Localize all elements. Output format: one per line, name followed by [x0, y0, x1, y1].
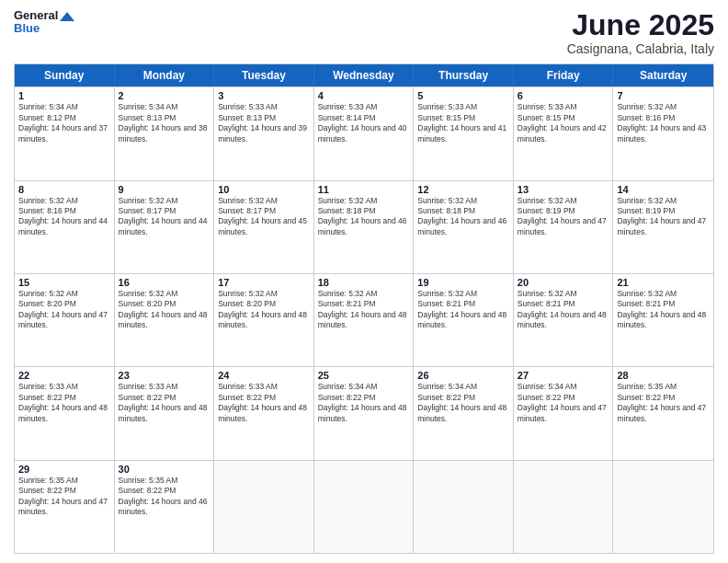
sunset-text: Sunset: 8:14 PM — [318, 113, 410, 123]
daylight-text: Daylight: 14 hours and 44 minutes. — [119, 216, 210, 237]
cell-1-mon: 2 Sunrise: 5:34 AM Sunset: 8:13 PM Dayli… — [115, 87, 215, 179]
cell-2-sun: 8 Sunrise: 5:32 AM Sunset: 8:16 PM Dayli… — [15, 181, 115, 273]
sunset-text: Sunset: 8:18 PM — [318, 206, 410, 216]
day-number: 23 — [119, 370, 210, 381]
day-number: 8 — [18, 184, 110, 195]
sunrise-text: Sunrise: 5:33 AM — [518, 102, 609, 112]
cell-3-fri: 20 Sunrise: 5:32 AM Sunset: 8:21 PM Dayl… — [514, 274, 614, 366]
day-number: 2 — [119, 90, 210, 101]
cell-5-wed-empty — [314, 461, 415, 553]
day-number: 6 — [518, 90, 609, 101]
cell-4-tue: 24 Sunrise: 5:33 AM Sunset: 8:22 PM Dayl… — [214, 367, 314, 459]
sunset-text: Sunset: 8:22 PM — [18, 486, 110, 496]
day-number: 21 — [617, 277, 710, 288]
sunrise-text: Sunrise: 5:32 AM — [218, 289, 310, 299]
sunset-text: Sunset: 8:22 PM — [119, 393, 210, 403]
sunset-text: Sunset: 8:16 PM — [18, 206, 110, 216]
daylight-text: Daylight: 14 hours and 46 minutes. — [318, 216, 410, 237]
cell-5-mon: 30 Sunrise: 5:35 AM Sunset: 8:22 PM Dayl… — [115, 461, 215, 553]
sunset-text: Sunset: 8:22 PM — [617, 393, 710, 403]
daylight-text: Daylight: 14 hours and 48 minutes. — [617, 310, 710, 331]
day-number: 13 — [518, 184, 609, 195]
cell-4-thu: 26 Sunrise: 5:34 AM Sunset: 8:22 PM Dayl… — [414, 367, 514, 459]
day-number: 29 — [18, 464, 110, 475]
sunrise-text: Sunrise: 5:32 AM — [119, 289, 210, 299]
sunset-text: Sunset: 8:22 PM — [18, 393, 110, 403]
day-number: 15 — [18, 277, 110, 288]
sunrise-text: Sunrise: 5:34 AM — [518, 382, 609, 392]
cell-4-sun: 22 Sunrise: 5:33 AM Sunset: 8:22 PM Dayl… — [15, 367, 115, 459]
sunrise-text: Sunrise: 5:33 AM — [119, 382, 210, 392]
day-number: 30 — [119, 464, 210, 475]
day-number: 25 — [318, 370, 410, 381]
day-number: 20 — [518, 277, 609, 288]
daylight-text: Daylight: 14 hours and 48 minutes. — [518, 310, 609, 331]
daylight-text: Daylight: 14 hours and 48 minutes. — [119, 310, 210, 331]
cell-2-mon: 9 Sunrise: 5:32 AM Sunset: 8:17 PM Dayli… — [115, 181, 215, 273]
daylight-text: Daylight: 14 hours and 37 minutes. — [18, 123, 110, 144]
sunset-text: Sunset: 8:15 PM — [417, 113, 509, 123]
day-number: 5 — [417, 90, 509, 101]
daylight-text: Daylight: 14 hours and 46 minutes. — [417, 216, 509, 237]
sunrise-text: Sunrise: 5:35 AM — [18, 476, 110, 486]
cell-2-sat: 14 Sunrise: 5:32 AM Sunset: 8:19 PM Dayl… — [613, 181, 713, 273]
cell-2-wed: 11 Sunrise: 5:32 AM Sunset: 8:18 PM Dayl… — [314, 181, 415, 273]
daylight-text: Daylight: 14 hours and 40 minutes. — [318, 123, 410, 144]
daylight-text: Daylight: 14 hours and 41 minutes. — [417, 123, 509, 144]
daylight-text: Daylight: 14 hours and 48 minutes. — [318, 310, 410, 331]
sunset-text: Sunset: 8:21 PM — [518, 299, 609, 309]
page: General Blue June 2025 Casignana, Calabr… — [0, 0, 728, 563]
daylight-text: Daylight: 14 hours and 44 minutes. — [18, 216, 110, 237]
day-number: 27 — [518, 370, 609, 381]
daylight-text: Daylight: 14 hours and 48 minutes. — [119, 403, 210, 424]
cell-5-fri-empty — [514, 461, 614, 553]
cell-4-wed: 25 Sunrise: 5:34 AM Sunset: 8:22 PM Dayl… — [314, 367, 415, 459]
header: General Blue June 2025 Casignana, Calabr… — [14, 9, 714, 56]
sunrise-text: Sunrise: 5:34 AM — [18, 102, 110, 112]
header-thursday: Thursday — [414, 64, 514, 86]
sunset-text: Sunset: 8:21 PM — [617, 299, 710, 309]
sunrise-text: Sunrise: 5:33 AM — [218, 102, 310, 112]
daylight-text: Daylight: 14 hours and 43 minutes. — [617, 123, 710, 144]
day-number: 4 — [318, 90, 410, 101]
cal-row-2: 8 Sunrise: 5:32 AM Sunset: 8:16 PM Dayli… — [15, 180, 713, 273]
sunrise-text: Sunrise: 5:33 AM — [417, 102, 509, 112]
cell-5-tue-empty — [214, 461, 314, 553]
sunrise-text: Sunrise: 5:33 AM — [18, 382, 110, 392]
sunset-text: Sunset: 8:20 PM — [218, 299, 310, 309]
day-number: 22 — [18, 370, 110, 381]
sunset-text: Sunset: 8:17 PM — [119, 206, 210, 216]
sunrise-text: Sunrise: 5:32 AM — [518, 196, 609, 206]
cell-3-thu: 19 Sunrise: 5:32 AM Sunset: 8:21 PM Dayl… — [414, 274, 514, 366]
sunset-text: Sunset: 8:19 PM — [518, 206, 609, 216]
sunrise-text: Sunrise: 5:32 AM — [18, 289, 110, 299]
sunset-text: Sunset: 8:21 PM — [417, 299, 509, 309]
sunset-text: Sunset: 8:22 PM — [518, 393, 609, 403]
day-number: 14 — [617, 184, 710, 195]
logo: General Blue — [14, 9, 74, 36]
sunrise-text: Sunrise: 5:32 AM — [18, 196, 110, 206]
cal-row-4: 22 Sunrise: 5:33 AM Sunset: 8:22 PM Dayl… — [15, 366, 713, 459]
header-wednesday: Wednesday — [314, 64, 415, 86]
day-number: 28 — [617, 370, 710, 381]
sunrise-text: Sunrise: 5:32 AM — [218, 196, 310, 206]
sunrise-text: Sunrise: 5:32 AM — [119, 196, 210, 206]
day-number: 11 — [318, 184, 410, 195]
cell-1-tue: 3 Sunrise: 5:33 AM Sunset: 8:13 PM Dayli… — [214, 87, 314, 179]
cell-2-thu: 12 Sunrise: 5:32 AM Sunset: 8:18 PM Dayl… — [414, 181, 514, 273]
daylight-text: Daylight: 14 hours and 45 minutes. — [218, 216, 310, 237]
cell-5-sat-empty — [613, 461, 713, 553]
cal-row-1: 1 Sunrise: 5:34 AM Sunset: 8:12 PM Dayli… — [15, 86, 713, 179]
cell-5-sun: 29 Sunrise: 5:35 AM Sunset: 8:22 PM Dayl… — [15, 461, 115, 553]
sunset-text: Sunset: 8:19 PM — [617, 206, 710, 216]
sunset-text: Sunset: 8:22 PM — [417, 393, 509, 403]
daylight-text: Daylight: 14 hours and 47 minutes. — [518, 403, 609, 424]
sunset-text: Sunset: 8:17 PM — [218, 206, 310, 216]
cell-3-sat: 21 Sunrise: 5:32 AM Sunset: 8:21 PM Dayl… — [613, 274, 713, 366]
daylight-text: Daylight: 14 hours and 48 minutes. — [417, 310, 509, 331]
daylight-text: Daylight: 14 hours and 47 minutes. — [18, 497, 110, 518]
cell-4-mon: 23 Sunrise: 5:33 AM Sunset: 8:22 PM Dayl… — [115, 367, 215, 459]
sunrise-text: Sunrise: 5:33 AM — [218, 382, 310, 392]
sunrise-text: Sunrise: 5:34 AM — [417, 382, 509, 392]
daylight-text: Daylight: 14 hours and 47 minutes. — [617, 216, 710, 237]
